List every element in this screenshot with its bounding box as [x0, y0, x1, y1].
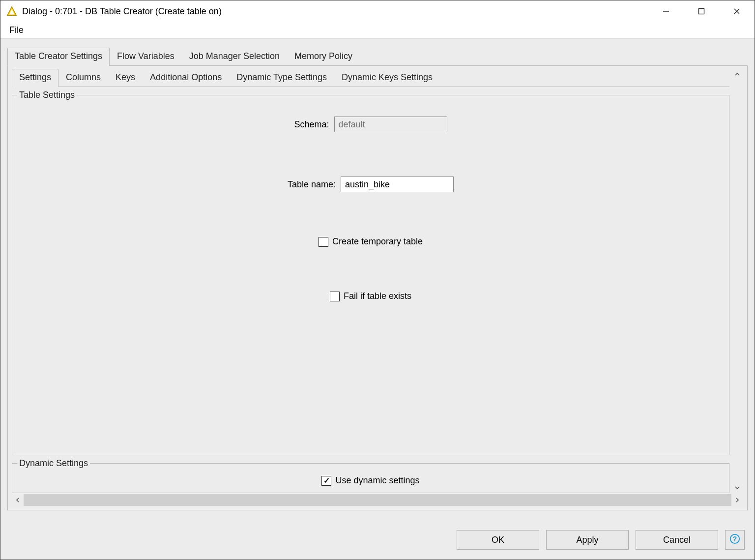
menubar: File [0, 22, 755, 39]
row-use-dynamic-settings[interactable]: Use dynamic settings [17, 472, 724, 487]
close-button[interactable] [719, 0, 755, 22]
scroll-right-arrow-icon[interactable] [731, 494, 743, 506]
use-dynamic-settings-label: Use dynamic settings [335, 475, 419, 486]
row-schema: Schema: default [17, 117, 724, 132]
svg-rect-3 [699, 9, 704, 14]
inner-tab-settings[interactable]: Settings [12, 69, 58, 87]
inner-tab-columns[interactable]: Columns [58, 69, 108, 87]
tab-job-manager-selection[interactable]: Job Manager Selection [182, 48, 287, 66]
inner-tab-additional-options[interactable]: Additional Options [143, 69, 229, 87]
vertical-scrollbar[interactable] [731, 69, 743, 493]
use-dynamic-settings-checkbox[interactable] [321, 476, 331, 486]
group-table-settings-legend: Table Settings [17, 90, 77, 100]
dialog-window: Dialog - 0:701 - DB Table Creator (Creat… [0, 0, 755, 560]
table-name-label: Table name: [288, 179, 336, 190]
button-bar: OK Apply Cancel ? [7, 510, 748, 553]
help-icon: ? [729, 533, 740, 547]
inner-wrap: Settings Columns Keys Additional Options… [12, 69, 743, 493]
create-temporary-table-label: Create temporary table [332, 236, 423, 247]
window-title: Dialog - 0:701 - DB Table Creator (Creat… [22, 6, 648, 17]
app-icon [6, 6, 17, 17]
svg-text:?: ? [733, 535, 737, 542]
table-name-input[interactable] [341, 177, 454, 192]
menu-file[interactable]: File [6, 23, 27, 37]
client-area: Table Creator Settings Flow Variables Jo… [0, 39, 755, 560]
apply-button[interactable]: Apply [546, 530, 629, 550]
ok-button[interactable]: OK [457, 530, 539, 550]
row-table-name: Table name: [17, 177, 724, 192]
row-fail-if-table-exists[interactable]: Fail if table exists [17, 291, 724, 301]
fail-if-table-exists-label: Fail if table exists [344, 291, 411, 301]
inner-tab-keys[interactable]: Keys [108, 69, 143, 87]
horizontal-scroll-track[interactable] [24, 494, 731, 506]
inner-tabstrip: Settings Columns Keys Additional Options… [12, 69, 729, 87]
cancel-button[interactable]: Cancel [636, 530, 718, 550]
inner-main: Settings Columns Keys Additional Options… [12, 69, 729, 493]
window-controls [648, 0, 755, 22]
group-table-settings: Table Settings Schema: default Table nam… [12, 90, 729, 455]
tab-memory-policy[interactable]: Memory Policy [287, 48, 360, 66]
tab-table-creator-settings[interactable]: Table Creator Settings [7, 48, 110, 66]
group-dynamic-settings: Dynamic Settings Use dynamic settings [12, 458, 729, 493]
schema-field[interactable]: default [334, 117, 447, 132]
minimize-button[interactable] [648, 0, 684, 22]
group-dynamic-settings-legend: Dynamic Settings [17, 458, 90, 469]
schema-label: Schema: [294, 119, 329, 130]
scroll-down-arrow-icon[interactable] [731, 482, 743, 493]
outer-tab-panel: Settings Columns Keys Additional Options… [7, 65, 748, 510]
scroll-up-arrow-icon[interactable] [731, 69, 743, 80]
outer-tabstrip: Table Creator Settings Flow Variables Jo… [7, 48, 748, 66]
create-temporary-table-checkbox[interactable] [319, 237, 328, 247]
maximize-button[interactable] [684, 0, 719, 22]
help-button[interactable]: ? [725, 530, 745, 550]
scroll-left-arrow-icon[interactable] [12, 494, 24, 506]
tab-flow-variables[interactable]: Flow Variables [110, 48, 182, 66]
titlebar: Dialog - 0:701 - DB Table Creator (Creat… [0, 0, 755, 22]
horizontal-scrollbar[interactable] [12, 494, 743, 506]
fail-if-table-exists-checkbox[interactable] [330, 292, 340, 301]
row-create-temporary-table[interactable]: Create temporary table [17, 236, 724, 247]
inner-tab-dynamic-type-settings[interactable]: Dynamic Type Settings [229, 69, 334, 87]
inner-tab-dynamic-keys-settings[interactable]: Dynamic Keys Settings [334, 69, 440, 87]
inner-tab-content: Table Settings Schema: default Table nam… [12, 87, 729, 493]
